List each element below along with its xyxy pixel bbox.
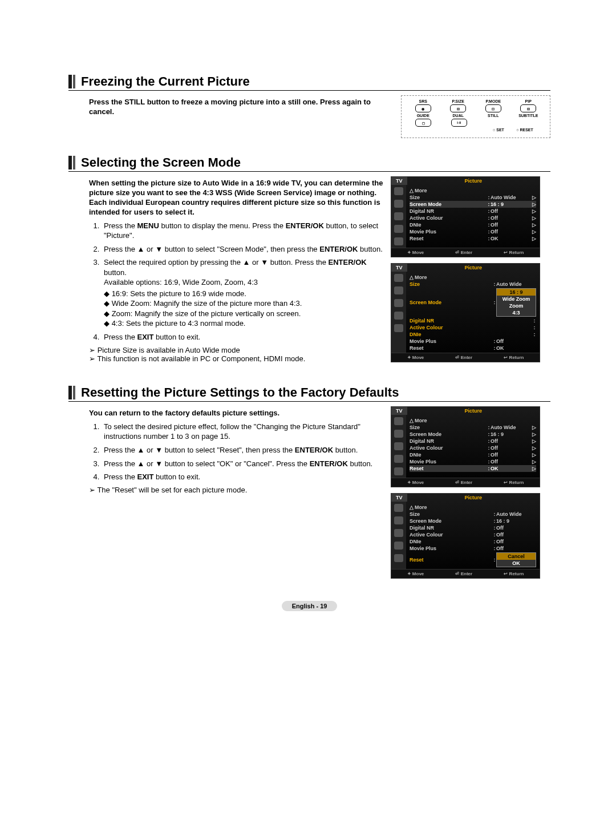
osd-more: More — [410, 187, 536, 194]
osd-tv-tab: TV — [391, 494, 407, 502]
osd-row-movieplus[interactable]: Movie Plus:Off — [410, 545, 536, 552]
osd-row-dnie[interactable]: DNIe:Off▷ — [410, 451, 536, 458]
input-icon — [394, 467, 403, 475]
section-title: Resetting the Picture Settings to the Fa… — [81, 385, 399, 400]
osd-row-reset[interactable]: Reset:OK▷ — [410, 235, 536, 242]
osd-more: More — [410, 417, 536, 424]
step-2: Press the ▲ or ▼ button to select "Scree… — [102, 244, 385, 255]
opt-cancel[interactable]: Cancel — [497, 553, 536, 560]
sound-icon — [394, 516, 403, 524]
setup-icon — [394, 312, 403, 320]
osd-item-list: More Size:Auto Wide Screen Mode:16 : 9 D… — [406, 502, 540, 569]
osd-title: Picture — [407, 177, 540, 185]
step-1: Press the MENU button to display the men… — [102, 221, 385, 241]
section-header: Selecting the Screen Mode — [68, 155, 550, 172]
opt-widezoom[interactable]: Wide Zoom — [497, 296, 536, 302]
remote-label-dual: DUAL — [447, 114, 469, 118]
osd-row-reset[interactable]: Reset: Cancel OK — [410, 552, 536, 568]
remote-label-psize: P.SIZE — [447, 99, 469, 103]
page-number-pill: English - 19 — [282, 601, 338, 611]
remote-label-pmode: P.MODE — [482, 99, 505, 103]
osd-menu-screenmode-highlight: TV Picture More Size:Aut — [391, 176, 540, 257]
osd-dropdown[interactable]: 16 : 9 Wide Zoom Zoom 4:3 — [496, 288, 536, 317]
osd-row-size[interactable]: Size:Auto Wide — [410, 281, 536, 288]
section-freezing: Freezing the Current Picture Press the S… — [68, 74, 550, 138]
osd-row-activecolour[interactable]: Active Colour:Off — [410, 531, 536, 538]
osd-item-list: More Size:Auto Wide Screen Mode: 16 : 9 … — [406, 272, 540, 353]
step-3: Select the required option by pressing t… — [102, 257, 385, 329]
osd-footer-move: ✦ Move — [407, 480, 424, 485]
input-icon — [394, 554, 403, 562]
osd-row-size[interactable]: Size:Auto Wide — [410, 511, 536, 518]
osd-tv-tab: TV — [391, 264, 407, 272]
osd-row-activecolour[interactable]: Active Colour:Off▷ — [410, 215, 536, 221]
osd-row-movieplus[interactable]: Movie Plus:Off — [410, 338, 536, 345]
osd-row-screenmode[interactable]: Screen Mode:16 : 9▷ — [410, 431, 536, 438]
osd-row-dnie[interactable]: DNIe:Off▷ — [410, 221, 536, 228]
osd-menu-reset-highlight: TV Picture More Size:Aut — [391, 406, 540, 487]
picture-icon — [394, 504, 403, 512]
osd-row-digitalnr[interactable]: Digital NR: — [410, 317, 536, 324]
option-169: 16:9: Sets the picture to 16:9 wide mode… — [104, 289, 385, 299]
osd-menu-screenmode-dropdown: TV Picture More Size:Aut — [391, 263, 540, 362]
osd-footer-enter: ⏎ Enter — [455, 571, 472, 576]
osd-row-dnie[interactable]: DNIe:Off — [410, 538, 536, 545]
step-4: Press the EXIT button to exit. — [102, 332, 385, 342]
osd-row-screenmode[interactable]: Screen Mode: 16 : 9 Wide Zoom Zoom 4:3 — [410, 288, 536, 317]
osd-row-digitalnr[interactable]: Digital NR:Off▷ — [410, 208, 536, 215]
sound-icon — [394, 200, 403, 208]
osd-category-icons — [391, 185, 406, 248]
osd-row-reset[interactable]: Reset:OK — [410, 345, 536, 352]
opt-43[interactable]: 4:3 — [497, 309, 536, 316]
osd-row-screenmode[interactable]: Screen Mode:16 : 9▷ — [410, 201, 536, 208]
osd-footer: ✦ Move ⏎ Enter ↩ Return — [391, 478, 540, 487]
osd-footer-enter: ⏎ Enter — [455, 480, 472, 485]
section-header: Resetting the Picture Settings to the Fa… — [68, 385, 550, 402]
remote-label-guide: GUIDE — [412, 114, 435, 118]
osd-title: Picture — [407, 264, 540, 272]
osd-category-icons — [391, 415, 406, 478]
picture-icon — [394, 417, 403, 425]
remote-btn-icon: ◉ — [415, 104, 431, 112]
osd-row-size[interactable]: Size:Auto Wide▷ — [410, 424, 536, 431]
section-title: Selecting the Screen Mode — [81, 155, 241, 170]
opt-zoom[interactable]: Zoom — [497, 302, 536, 309]
osd-more: More — [410, 274, 536, 281]
osd-footer-move: ✦ Move — [407, 355, 424, 360]
setup-icon — [394, 225, 403, 233]
header-accent-bars — [68, 386, 75, 399]
remote-btn-icon: ⊟ — [520, 104, 536, 112]
notes-list: Picture Size is available in Auto Wide m… — [89, 346, 385, 363]
channel-icon — [394, 299, 403, 307]
setup-icon — [394, 542, 403, 550]
osd-row-digitalnr[interactable]: Digital NR:Off — [410, 524, 536, 531]
osd-row-digitalnr[interactable]: Digital NR:Off▷ — [410, 438, 536, 445]
osd-row-movieplus[interactable]: Movie Plus:Off▷ — [410, 228, 536, 235]
step-4: Press the EXIT button to exit. — [102, 472, 385, 482]
input-icon — [394, 324, 403, 332]
picture-icon — [394, 187, 403, 195]
osd-tv-tab: TV — [391, 177, 407, 185]
sound-icon — [394, 286, 403, 294]
osd-row-size[interactable]: Size:Auto Wide▷ — [410, 194, 536, 201]
section-intro: You can return to the factory defaults p… — [89, 409, 385, 418]
osd-dropdown[interactable]: Cancel OK — [496, 552, 536, 567]
opt-ok[interactable]: OK — [497, 560, 536, 567]
manual-page: Freezing the Current Picture Press the S… — [0, 0, 616, 639]
osd-row-activecolour[interactable]: Active Colour: — [410, 324, 536, 331]
osd-footer-return: ↩ Return — [504, 480, 524, 485]
opt-169[interactable]: 16 : 9 — [497, 289, 536, 296]
remote-btn-icon: I-II — [451, 119, 467, 127]
section-reset: Resetting the Picture Settings to the Fa… — [68, 385, 550, 584]
osd-footer-return: ↩ Return — [504, 355, 524, 360]
osd-item-list: More Size:Auto Wide▷ Screen Mode:16 : 9▷… — [406, 415, 540, 478]
osd-row-movieplus[interactable]: Movie Plus:Off▷ — [410, 458, 536, 465]
step-3: Press the ▲ or ▼ button to select "OK" o… — [102, 459, 385, 469]
osd-row-activecolour[interactable]: Active Colour:Off▷ — [410, 445, 536, 451]
osd-row-reset[interactable]: Reset:OK▷ — [410, 465, 536, 472]
osd-row-dnie[interactable]: DNIe: — [410, 331, 536, 338]
osd-row-screenmode[interactable]: Screen Mode:16 : 9 — [410, 518, 536, 524]
osd-category-icons — [391, 272, 406, 353]
section-intro: Press the STILL button to freeze a movin… — [89, 98, 385, 117]
remote-label-reset: ○ RESET — [513, 128, 536, 132]
